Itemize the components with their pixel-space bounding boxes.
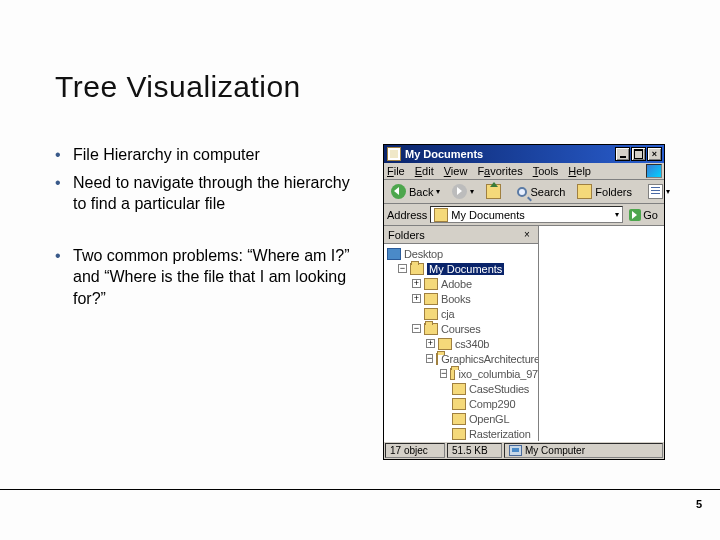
status-bar: 17 objec 51.5 KB My Computer	[384, 441, 664, 459]
back-button[interactable]: Back ▾	[387, 182, 444, 201]
status-location: My Computer	[504, 443, 663, 458]
expand-icon[interactable]: +	[412, 294, 421, 303]
chevron-down-icon: ▾	[666, 187, 670, 196]
expand-icon[interactable]: +	[412, 279, 421, 288]
folder-icon	[424, 278, 438, 290]
window-titlebar[interactable]: My Documents ×	[384, 145, 664, 163]
tree-item[interactable]: +Books	[384, 291, 538, 306]
go-button[interactable]: Go	[626, 209, 661, 221]
menu-edit[interactable]: Edit	[415, 165, 434, 177]
tree-item[interactable]: +cs340b	[384, 336, 538, 351]
menu-favorites[interactable]: Favorites	[477, 165, 522, 177]
search-label: Search	[530, 186, 565, 198]
back-icon	[391, 184, 406, 199]
tree-item[interactable]: Comp290	[384, 396, 538, 411]
folder-icon	[434, 208, 448, 222]
content-row: File Hierarchy in computer Need to navig…	[55, 144, 665, 460]
folder-icon	[438, 338, 452, 350]
tree-item-mydocuments[interactable]: −My Documents	[384, 261, 538, 276]
menu-view[interactable]: View	[444, 165, 468, 177]
address-value: My Documents	[451, 209, 524, 221]
close-button[interactable]: ×	[647, 147, 662, 161]
desktop-icon	[387, 248, 401, 260]
folders-button[interactable]: Folders	[573, 182, 636, 201]
forward-icon	[452, 184, 467, 199]
window-title: My Documents	[405, 148, 483, 160]
folder-tree[interactable]: Desktop −My Documents +Adobe +Books cja …	[384, 244, 538, 441]
page-number: 5	[696, 498, 702, 510]
collapse-icon[interactable]: −	[398, 264, 407, 273]
folder-icon	[424, 293, 438, 305]
folders-pane: Folders × Desktop −My Documents +Adobe +…	[384, 226, 539, 441]
folder-icon	[452, 398, 466, 410]
folder-open-icon	[450, 368, 455, 380]
window-icon	[387, 147, 401, 161]
folder-icon	[452, 428, 466, 440]
folders-icon	[577, 184, 592, 199]
content-pane[interactable]	[539, 226, 664, 441]
views-icon	[648, 184, 663, 199]
menu-file[interactable]: File	[387, 165, 405, 177]
search-button[interactable]: Search	[513, 184, 569, 200]
throbber-icon	[646, 164, 662, 178]
folder-icon	[452, 383, 466, 395]
bullet-item: File Hierarchy in computer	[55, 144, 363, 166]
chevron-down-icon[interactable]: ▾	[615, 210, 619, 219]
status-objects: 17 objec	[385, 443, 445, 458]
tree-item[interactable]: CaseStudies	[384, 381, 538, 396]
tree-item[interactable]: Rasterization	[384, 426, 538, 441]
folders-pane-title: Folders	[388, 229, 425, 241]
bullet-list: File Hierarchy in computer Need to navig…	[55, 144, 363, 460]
collapse-icon[interactable]: −	[412, 324, 421, 333]
expand-icon[interactable]: +	[426, 339, 435, 348]
explorer-window: My Documents × File Edit View Favorites …	[383, 144, 665, 460]
back-label: Back	[409, 186, 433, 198]
bullet-item: Two common problems: “Where am I?” and “…	[55, 245, 363, 310]
collapse-icon[interactable]: −	[426, 354, 433, 363]
tree-item[interactable]: OpenGL	[384, 411, 538, 426]
slide: Tree Visualization File Hierarchy in com…	[0, 0, 720, 540]
up-button[interactable]	[482, 182, 505, 201]
folder-icon	[424, 308, 438, 320]
folders-pane-header: Folders ×	[384, 226, 538, 244]
bullet-item: Need to navigate through the hierarchy t…	[55, 172, 363, 215]
folder-open-icon	[424, 323, 438, 335]
folders-label: Folders	[595, 186, 632, 198]
computer-icon	[509, 445, 522, 456]
forward-button[interactable]: ▾	[448, 182, 478, 201]
toolbar: Back ▾ ▾ Search Folders	[384, 180, 664, 204]
search-icon	[517, 187, 527, 197]
status-size: 51.5 KB	[447, 443, 502, 458]
page-title: Tree Visualization	[55, 70, 665, 104]
go-arrow-icon	[629, 209, 641, 221]
tree-item-desktop[interactable]: Desktop	[384, 246, 538, 261]
minimize-button[interactable]	[615, 147, 630, 161]
up-folder-icon	[486, 184, 501, 199]
folder-open-icon	[410, 263, 424, 275]
maximize-button[interactable]	[631, 147, 646, 161]
address-label: Address	[387, 209, 427, 221]
chevron-down-icon: ▾	[470, 187, 474, 196]
go-label: Go	[643, 209, 658, 221]
tree-item[interactable]: −GraphicsArchitecture	[384, 351, 538, 366]
tree-item[interactable]: −ixo_columbia_97	[384, 366, 538, 381]
tree-item[interactable]: +Adobe	[384, 276, 538, 291]
address-bar: Address My Documents ▾ Go	[384, 204, 664, 226]
explorer-body: Folders × Desktop −My Documents +Adobe +…	[384, 226, 664, 441]
menu-help[interactable]: Help	[568, 165, 591, 177]
close-pane-button[interactable]: ×	[520, 228, 534, 242]
menu-tools[interactable]: Tools	[533, 165, 559, 177]
chevron-down-icon: ▾	[436, 187, 440, 196]
tree-item[interactable]: cja	[384, 306, 538, 321]
collapse-icon[interactable]: −	[440, 369, 447, 378]
folder-open-icon	[436, 353, 438, 365]
tree-item-label: My Documents	[427, 263, 504, 275]
address-field[interactable]: My Documents ▾	[430, 206, 623, 223]
tree-item[interactable]: −Courses	[384, 321, 538, 336]
menu-bar: File Edit View Favorites Tools Help	[384, 163, 664, 180]
footer-divider	[0, 489, 720, 490]
views-button[interactable]: ▾	[644, 182, 674, 201]
folder-icon	[452, 413, 466, 425]
